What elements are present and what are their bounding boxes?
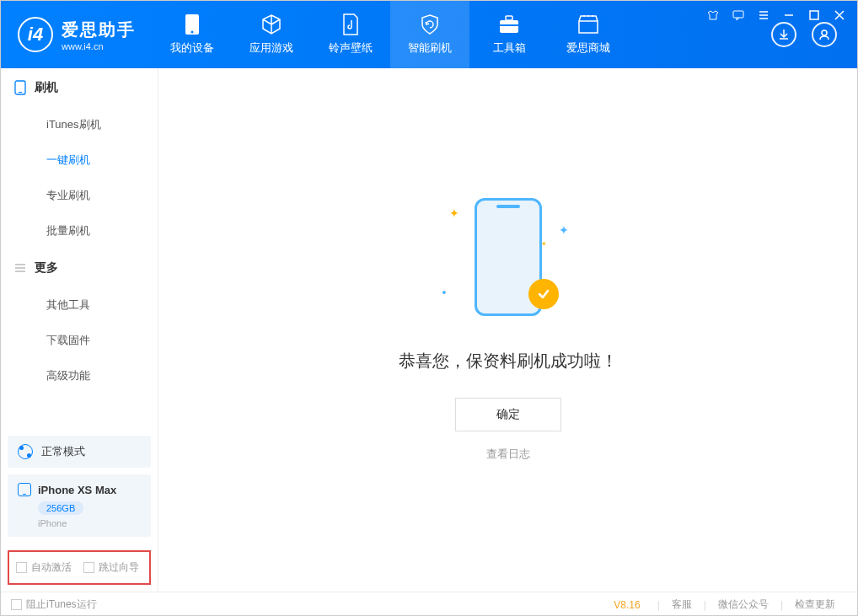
sidebar-item-firmware[interactable]: 下载固件 [1, 323, 158, 358]
ok-button[interactable]: 确定 [455, 398, 561, 431]
sidebar-section-more[interactable]: 更多 [1, 249, 158, 287]
list-icon [14, 262, 26, 274]
minimize-icon[interactable] [782, 8, 796, 22]
phone-icon [181, 13, 203, 35]
sparkle-icon: ✦ [541, 240, 547, 248]
checkbox-block-itunes[interactable]: 阻止iTunes运行 [11, 597, 97, 612]
device-box[interactable]: iPhone XS Max 256GB iPhone [8, 474, 151, 537]
nav-tab-label: 应用游戏 [249, 40, 293, 56]
nav-tab-label: 工具箱 [493, 40, 526, 56]
main-content: ✦ ✦ • ✦ 恭喜您，保资料刷机成功啦！ 确定 查看日志 [158, 68, 857, 592]
check-badge-icon [528, 279, 559, 309]
sidebar-item-pro[interactable]: 专业刷机 [1, 178, 158, 213]
app-logo-icon: i4 [18, 17, 53, 52]
svg-point-5 [583, 15, 585, 17]
nav-tabs: 我的设备 应用游戏 铃声壁纸 智能刷机 工具箱 爱思商城 [153, 1, 771, 68]
shirt-icon[interactable] [706, 8, 720, 22]
nav-tab-label: 智能刷机 [408, 40, 452, 56]
header-right [771, 22, 857, 47]
download-button[interactable] [771, 22, 796, 47]
nav-tab-device[interactable]: 我的设备 [153, 1, 232, 68]
svg-point-7 [592, 15, 593, 17]
sparkle-icon: ✦ [449, 206, 459, 220]
footer-link-update[interactable]: 检查更新 [783, 597, 847, 612]
success-message: 恭喜您，保资料刷机成功啦！ [399, 350, 618, 372]
logo-area: i4 爱思助手 www.i4.cn [1, 17, 153, 52]
nav-tab-label: 我的设备 [170, 40, 214, 56]
checkbox-row-highlighted: 自动激活 跳过向导 [8, 550, 151, 585]
maximize-icon[interactable] [807, 8, 821, 22]
device-type: iPhone [38, 518, 141, 528]
checkbox-auto-activate[interactable]: 自动激活 [16, 560, 72, 575]
nav-tab-label: 铃声壁纸 [329, 40, 373, 56]
version-label: V8.16 [614, 599, 640, 611]
toolbox-icon [498, 13, 520, 35]
phone-outline-icon [14, 80, 26, 95]
svg-rect-2 [500, 20, 518, 33]
svg-point-1 [191, 31, 194, 34]
sparkle-icon: • [442, 286, 447, 299]
svg-point-8 [822, 30, 827, 35]
nav-tab-label: 爱思商城 [566, 40, 610, 56]
svg-rect-9 [733, 11, 743, 18]
svg-rect-4 [500, 24, 518, 26]
mode-icon [18, 444, 33, 459]
device-icon [18, 483, 31, 496]
user-button[interactable] [812, 22, 837, 47]
sparkle-icon: ✦ [559, 223, 569, 237]
app-header: i4 爱思助手 www.i4.cn 我的设备 应用游戏 铃声壁纸 智能刷机 工具… [1, 1, 857, 68]
checkbox-icon [16, 562, 27, 573]
sidebar-item-other[interactable]: 其他工具 [1, 287, 158, 323]
cube-icon [260, 13, 282, 35]
titlebar-controls [706, 8, 846, 22]
footer-link-service[interactable]: 客服 [660, 597, 704, 612]
view-log-link[interactable]: 查看日志 [486, 447, 530, 462]
nav-tab-flash[interactable]: 智能刷机 [390, 1, 469, 68]
checkbox-skip-guide[interactable]: 跳过向导 [83, 560, 139, 575]
success-illustration: ✦ ✦ • ✦ [458, 198, 559, 324]
sidebar-item-oneclick[interactable]: 一键刷机 [1, 142, 158, 178]
menu-icon[interactable] [757, 8, 770, 22]
checkbox-icon [83, 562, 94, 573]
svg-point-6 [587, 15, 589, 17]
app-subtitle: www.i4.cn [62, 41, 136, 51]
sidebar-section-flash[interactable]: 刷机 [1, 68, 158, 107]
sidebar: 刷机 iTunes刷机 一键刷机 专业刷机 批量刷机 更多 其他工具 下载固件 … [1, 68, 158, 592]
checkbox-icon [11, 599, 22, 610]
nav-tab-toolbox[interactable]: 工具箱 [469, 1, 549, 68]
device-name: iPhone XS Max [38, 484, 116, 496]
nav-tab-ringtone[interactable]: 铃声壁纸 [311, 1, 390, 68]
section-title: 刷机 [35, 80, 58, 95]
footer: 阻止iTunes运行 V8.16 | 客服 | 微信公众号 | 检查更新 [1, 592, 857, 616]
app-title: 爱思助手 [62, 19, 136, 41]
svg-rect-10 [810, 11, 818, 19]
mode-label: 正常模式 [41, 444, 85, 459]
nav-tab-store[interactable]: 爱思商城 [549, 1, 628, 68]
mode-box[interactable]: 正常模式 [8, 436, 151, 468]
nav-tab-apps[interactable]: 应用游戏 [232, 1, 311, 68]
store-icon [577, 13, 599, 35]
sidebar-item-itunes[interactable]: iTunes刷机 [1, 107, 158, 142]
music-file-icon [340, 13, 362, 35]
capacity-badge: 256GB [38, 501, 83, 515]
feedback-icon[interactable] [732, 8, 745, 22]
close-icon[interactable] [833, 8, 846, 22]
svg-rect-12 [19, 92, 22, 93]
refresh-shield-icon [419, 13, 441, 35]
sidebar-item-batch[interactable]: 批量刷机 [1, 213, 158, 249]
sidebar-item-advanced[interactable]: 高级功能 [1, 358, 158, 394]
section-title: 更多 [35, 260, 58, 276]
footer-link-wechat[interactable]: 微信公众号 [706, 597, 780, 612]
svg-rect-3 [506, 16, 512, 20]
